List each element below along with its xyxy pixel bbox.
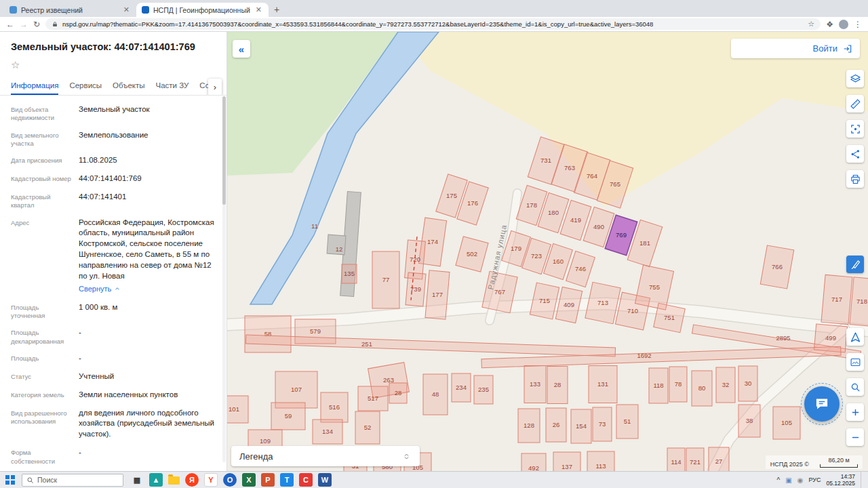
panel-tab[interactable]: Объекты (113, 76, 144, 95)
parcel-group: 131 (589, 366, 617, 403)
favorite-star-icon[interactable]: ☆ (0, 57, 226, 71)
parcel-label: 492 (528, 464, 539, 471)
taskbar-app-yandex-icon[interactable]: Y (204, 473, 218, 487)
collapse-address-link[interactable]: Свернуть (79, 284, 121, 294)
parcel-label: 101 (229, 405, 239, 413)
tray-icon-2[interactable]: ◉ (797, 476, 804, 484)
taskbar-app-word-icon[interactable]: W (318, 473, 332, 487)
parcel-group: 134 (313, 420, 342, 444)
search-placeholder: Поиск (37, 476, 57, 484)
taskbar-app-app-blue-icon[interactable]: T (280, 473, 294, 487)
scale-label: 86,20 м (828, 457, 849, 464)
parcel-label: 751 (664, 314, 675, 321)
taskbar-app-excel-icon[interactable]: X (242, 473, 256, 487)
attribute-row: АдресРоссийская Федерация, Костромская о… (11, 218, 217, 295)
parcel-label: 160 (553, 258, 564, 265)
locate-button[interactable] (846, 328, 864, 346)
parcel-label: 118 (653, 382, 663, 389)
panel-scrollbar-thumb[interactable] (222, 96, 226, 205)
attribute-label: Вид земельного участка (11, 130, 79, 148)
parcel-group: 51 (616, 405, 638, 439)
tray-icon-1[interactable]: ▣ (785, 476, 791, 484)
parcel-group: 114 (667, 448, 685, 471)
start-button[interactable] (5, 475, 15, 485)
print-button[interactable] (846, 170, 864, 188)
new-tab-button[interactable]: + (274, 5, 279, 14)
parcel-label: 113 (595, 462, 606, 470)
layers-button[interactable] (846, 70, 864, 87)
attribute-value: для ведения личного подсобного хозяйства… (79, 408, 217, 441)
bookmark-star-icon[interactable]: ☆ (808, 20, 814, 28)
parcel-label: 1692 (637, 352, 651, 359)
zoom-in-button[interactable] (846, 403, 864, 421)
attribute-value: 44:07:141401 (79, 192, 126, 210)
attribute-value: Учтенный (79, 371, 114, 382)
share-button[interactable] (846, 145, 864, 163)
tab-close-icon[interactable]: ✕ (122, 5, 131, 14)
parcel-label: 502 (467, 250, 477, 258)
taskbar-search-input[interactable]: Поиск (22, 474, 123, 487)
taskbar-app-yandex-browser-icon[interactable]: Я (185, 473, 199, 487)
taskbar-app-explorer-icon[interactable] (168, 476, 180, 485)
tab-close-icon[interactable]: ✕ (254, 5, 263, 14)
panel-tab[interactable]: Части ЗУ (156, 76, 189, 95)
back-icon[interactable]: ← (6, 20, 14, 29)
reload-icon[interactable]: ↻ (33, 20, 40, 29)
panel-tabs: ИнформацияСервисыОбъектыЧасти ЗУСост› (0, 76, 226, 96)
parcel-label: 51 (624, 418, 631, 425)
tray-expand-icon[interactable]: ^ (777, 476, 781, 484)
draw-button[interactable] (846, 256, 864, 273)
parcel-label: 499 (825, 334, 836, 342)
parcel-label: 731 (540, 157, 551, 164)
zoom-out-button[interactable] (846, 428, 864, 446)
attribute-value: - (79, 353, 81, 364)
browser-tab[interactable]: НСПД | Геоинформационный п✕ (136, 3, 269, 17)
parcel-label: 131 (597, 380, 608, 388)
attribute-value: Землепользование (79, 130, 149, 148)
browser-tab[interactable]: Реестр извещений✕ (4, 3, 136, 17)
collapse-panel-button[interactable]: « (233, 40, 250, 58)
attribute-label: Вид разрешенного использования (11, 408, 79, 441)
taskbar-app-app-orange-icon[interactable]: P (261, 473, 275, 487)
panel-tab[interactable]: Сервисы (69, 76, 102, 95)
system-tray: ^ ▣ ◉ РУС 14:37 05.12.2025 (777, 472, 865, 488)
attribute-label: Кадастровый квартал (11, 192, 79, 210)
extent-button[interactable] (846, 120, 864, 138)
attribute-value: - (79, 447, 81, 466)
basemap-button[interactable] (846, 353, 864, 371)
extensions-icon[interactable]: ❖ (826, 20, 833, 29)
parcel-group: 135 (342, 264, 357, 283)
language-indicator[interactable]: РУС (808, 476, 821, 483)
parcel-label: 32 (722, 381, 730, 388)
parcel-label: 12 (336, 245, 343, 253)
tab-favicon-icon (142, 6, 149, 14)
search-icon (26, 476, 34, 484)
taskbar-clock[interactable]: 14:37 05.12.2025 (826, 473, 855, 487)
attribute-label: Площадь декларированная (11, 327, 79, 346)
tab-strip: Реестр извещений✕НСПД | Геоинформационны… (0, 0, 868, 17)
menu-icon[interactable]: ⋮ (854, 20, 862, 29)
parcel-label: 180 (548, 209, 559, 216)
tab-favicon-icon (9, 6, 17, 14)
search-button[interactable] (846, 378, 864, 396)
parcel-group: 516 (321, 392, 348, 422)
taskbar-app-task-view-icon[interactable]: ▦ (130, 473, 144, 487)
taskbar-app-app-blue-round-icon[interactable]: О (223, 473, 237, 487)
legend-bar[interactable]: Легенда (231, 446, 420, 466)
cadastral-map[interactable]: 7317637647651751761781804194907691811797… (227, 32, 868, 471)
taskbar-app-photos-icon[interactable]: ▲ (149, 473, 163, 487)
panel-tab[interactable]: Информация (11, 76, 58, 95)
measure-button[interactable] (846, 95, 864, 113)
forward-icon[interactable]: → (20, 20, 28, 29)
profile-avatar[interactable] (839, 20, 848, 29)
url-bar[interactable]: nspd.gov.ru/map?thematic=PKK&zoom=17.414… (45, 18, 821, 30)
panel-scrollbar[interactable] (222, 96, 226, 462)
taskbar-app-app-red-c-icon[interactable]: C (299, 473, 313, 487)
tabs-scroll-right-button[interactable]: › (208, 79, 222, 96)
parcel-label: 2895 (776, 334, 790, 342)
show-desktop-button[interactable] (861, 472, 865, 488)
scale-bar: 86,20 м (820, 457, 858, 468)
parcel-group: 133 (524, 366, 546, 403)
login-button[interactable]: Войти (731, 39, 860, 58)
chat-button[interactable] (804, 386, 840, 422)
